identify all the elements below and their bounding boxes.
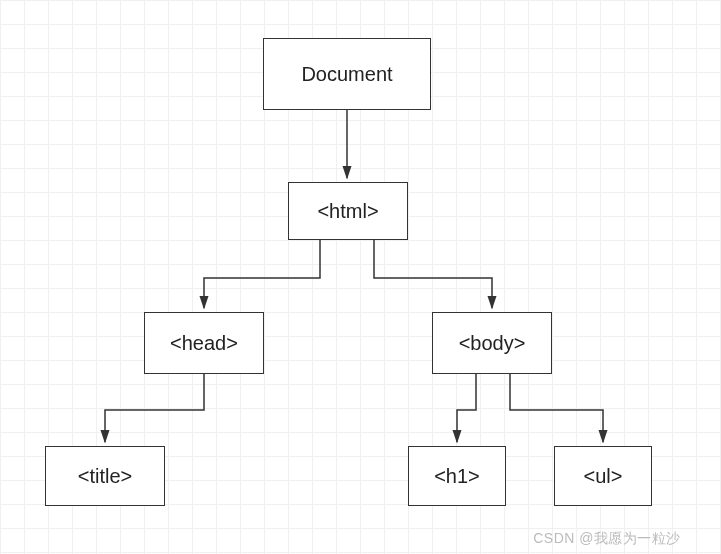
node-head-label: <head> <box>170 332 238 355</box>
node-body-label: <body> <box>459 332 526 355</box>
node-title: <title> <box>45 446 165 506</box>
node-ul-label: <ul> <box>584 465 623 488</box>
node-body: <body> <box>432 312 552 374</box>
node-head: <head> <box>144 312 264 374</box>
node-h1: <h1> <box>408 446 506 506</box>
node-document-label: Document <box>301 63 392 86</box>
node-html: <html> <box>288 182 408 240</box>
node-document: Document <box>263 38 431 110</box>
node-ul: <ul> <box>554 446 652 506</box>
node-html-label: <html> <box>317 200 378 223</box>
node-title-label: <title> <box>78 465 132 488</box>
watermark-text: CSDN @我愿为一粒沙 <box>533 530 681 548</box>
node-h1-label: <h1> <box>434 465 480 488</box>
